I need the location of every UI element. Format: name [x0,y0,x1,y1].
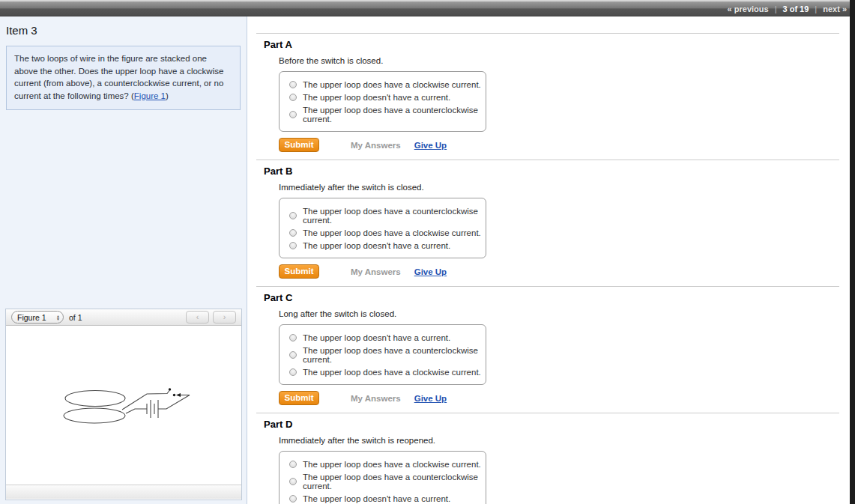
option-row[interactable]: The upper loop does have a clockwise cur… [280,458,486,470]
part-title: Part C [264,292,839,303]
option-label: The upper loop does have a counterclockw… [303,207,481,225]
option-row[interactable]: The upper loop doesn't have a current. [280,91,486,103]
assignment-page: « previous | 3 of 19 | next » Item 3 The… [0,0,855,504]
chevron-right-icon: › [223,312,226,321]
option-label: The upper loop does have a counterclockw… [303,106,481,124]
part-divider [256,33,839,34]
circuit-figure [6,326,241,485]
my-answers-label: My Answers [351,141,401,150]
radio-button[interactable] [289,368,297,376]
option-row[interactable]: The upper loop does have a clockwise cur… [280,78,486,91]
part-actions: Submit My Answers Give Up [279,138,839,152]
item-position-label: 3 of 19 [782,4,809,13]
radio-button[interactable] [289,111,297,118]
option-row[interactable]: The upper loop doesn't have a current. [280,331,486,344]
item-sidebar: Item 3 The two loops of wire in the figu… [0,16,247,504]
option-row[interactable]: The upper loop does have a counterclockw… [280,204,486,226]
part-prompt: Immediately after the switch is reopened… [279,436,839,445]
option-label: The upper loop does have a counterclockw… [303,346,481,364]
radio-button[interactable] [289,242,297,249]
option-row[interactable]: The upper loop does have a clockwise cur… [280,365,486,378]
figure-link[interactable]: Figure 1 [134,91,166,100]
submit-button[interactable]: Submit [279,138,319,152]
part-section: Part A Before the switch is closed. The … [256,33,839,160]
part-prompt: Long after the switch is closed. [279,309,839,318]
next-item-link[interactable]: next » [823,4,847,13]
figure-nav: ‹ › [186,311,236,324]
options-box: The upper loop does have a counterclockw… [279,198,486,258]
radio-button[interactable] [289,212,297,219]
part-divider [256,286,839,287]
option-row[interactable]: The upper loop doesn't have a current. [280,492,486,504]
radio-button[interactable] [289,334,297,341]
radio-button[interactable] [289,229,297,237]
option-label: The upper loop does have a clockwise cur… [303,80,481,89]
part-title: Part D [264,419,839,430]
part-title: Part B [264,166,839,177]
figure-viewer: Figure 1 ▲ ▼ of 1 ‹ › [5,309,242,500]
part-section: Part B Immediately after the switch is c… [256,160,839,286]
option-label: The upper loop does have a clockwise cur… [303,228,481,237]
radio-button[interactable] [289,81,297,88]
part-spacer [256,405,839,413]
part-prompt: Before the switch is closed. [279,56,839,65]
part-title: Part A [264,39,839,50]
part-spacer [256,279,839,286]
figure-viewer-footer [6,485,241,499]
figure-count-label: of 1 [69,313,82,322]
question-introduction: The two loops of wire in the figure are … [6,46,241,110]
option-row[interactable]: The upper loop does have a counterclockw… [280,344,486,365]
option-label: The upper loop does have a counterclockw… [303,473,481,491]
item-pagination: « previous | 3 of 19 | next » [728,1,847,16]
option-row[interactable]: The upper loop does have a counterclockw… [280,470,486,492]
part-prompt: Immediately after the switch is closed. [279,183,839,192]
part-divider [256,413,839,413]
figure-canvas [6,326,241,485]
radio-button[interactable] [289,461,297,468]
option-row[interactable]: The upper loop doesn't have a current. [280,239,486,252]
options-box: The upper loop does have a clockwise cur… [279,71,486,132]
option-label: The upper loop doesn't have a current. [303,333,450,342]
option-row[interactable]: The upper loop does have a clockwise cur… [280,226,486,239]
previous-item-link[interactable]: « previous [728,4,769,13]
submit-button[interactable]: Submit [279,264,319,279]
radio-button[interactable] [289,478,297,485]
option-label: The upper loop does have a clockwise cur… [303,368,481,377]
option-label: The upper loop does have a clockwise cur… [303,460,481,469]
figure-select[interactable]: Figure 1 ▲ ▼ [11,311,64,324]
main-content: Part A Before the switch is closed. The … [248,16,850,504]
my-answers-label: My Answers [351,267,401,276]
pagination-separator: | [815,4,817,13]
options-box: The upper loop doesn't have a current.Th… [279,324,486,385]
option-label: The upper loop doesn't have a current. [303,494,450,503]
my-answers-label: My Answers [351,394,401,403]
option-label: The upper loop doesn't have a current. [303,241,450,250]
option-row[interactable]: The upper loop does have a counterclockw… [280,103,486,125]
part-section: Part D Immediately after the switch is r… [256,413,839,504]
figure-prev-button[interactable]: ‹ [186,311,209,324]
question-text: The two loops of wire in the figure are … [14,54,223,100]
give-up-link[interactable]: Give Up [414,267,447,276]
scrollbar-track[interactable] [850,0,855,504]
pagination-separator: | [775,4,777,13]
radio-button[interactable] [289,495,297,503]
give-up-link[interactable]: Give Up [414,141,447,150]
parts-list: Part A Before the switch is closed. The … [248,33,850,504]
part-spacer [256,152,839,160]
part-actions: Submit My Answers Give Up [279,391,839,405]
assignment-topbar: « previous | 3 of 19 | next » [0,1,855,16]
submit-button[interactable]: Submit [279,391,319,405]
part-section: Part C Long after the switch is closed. … [256,286,839,413]
figure-next-button[interactable]: › [213,311,236,324]
select-stepper-icon: ▲ ▼ [56,315,60,321]
item-title: Item 3 [6,24,247,37]
radio-button[interactable] [289,351,297,359]
radio-button[interactable] [289,94,297,101]
options-box: The upper loop does have a clockwise cur… [279,451,486,504]
chevron-left-icon: ‹ [196,312,199,321]
question-link-suffix: ) [166,91,169,100]
part-divider [256,160,839,160]
give-up-link[interactable]: Give Up [414,394,447,403]
figure-viewer-header: Figure 1 ▲ ▼ of 1 ‹ › [6,309,241,326]
part-actions: Submit My Answers Give Up [279,264,839,279]
